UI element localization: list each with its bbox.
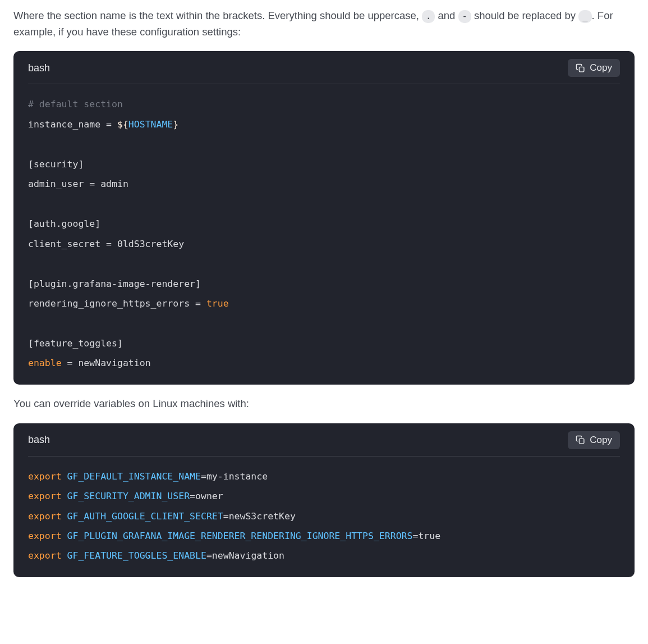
code-block-config: bash Copy # default section instance_nam…	[13, 51, 635, 385]
code-block-export: bash Copy export GF_DEFAULT_INSTANCE_NAM…	[13, 423, 635, 577]
code-assign: =newS3cretKey	[223, 511, 296, 522]
code-key: instance_name	[28, 119, 100, 130]
code-assign: =true	[412, 531, 440, 541]
inline-code-underscore: _	[578, 10, 591, 23]
code-section: [plugin.grafana-image-renderer]	[28, 278, 201, 289]
code-block-header: bash Copy	[28, 423, 620, 456]
code-assign: =owner	[190, 491, 223, 501]
svg-rect-0	[580, 67, 585, 72]
middle-paragraph: You can override variables on Linux mach…	[13, 396, 635, 412]
copy-button-label: Copy	[590, 62, 612, 74]
svg-rect-1	[580, 439, 585, 444]
code-keyword-export: export	[28, 531, 62, 541]
code-keyword-export: export	[28, 550, 62, 561]
code-value: newNavigation	[78, 358, 150, 368]
intro-paragraph: Where the section name is the text withi…	[13, 8, 635, 40]
code-section: [security]	[28, 159, 84, 170]
code-block-header: bash Copy	[28, 51, 620, 84]
copy-button[interactable]: Copy	[568, 59, 620, 77]
copy-button-label: Copy	[590, 435, 612, 446]
code-value: 0ldS3cretKey	[117, 239, 184, 249]
code-content[interactable]: export GF_DEFAULT_INSTANCE_NAME=my-insta…	[28, 456, 620, 566]
code-env-var: GF_AUTH_GOOGLE_CLIENT_SECRET	[67, 511, 223, 522]
code-keyword-export: export	[28, 511, 62, 522]
code-env-var: GF_FEATURE_TOGGLES_ENABLE	[67, 550, 206, 561]
code-key: admin_user	[28, 179, 84, 189]
code-section: [feature_toggles]	[28, 338, 123, 349]
code-keyword-export: export	[28, 491, 62, 501]
code-var-name: HOSTNAME	[128, 119, 173, 130]
code-key: rendering_ignore_https_errors	[28, 298, 190, 309]
code-env-var: GF_PLUGIN_GRAFANA_IMAGE_RENDERER_RENDERI…	[67, 531, 413, 541]
code-content[interactable]: # default section instance_name = ${HOST…	[28, 84, 620, 373]
inline-code-dash: -	[458, 10, 471, 23]
code-var-interp: }	[173, 119, 178, 130]
code-bool: true	[206, 298, 229, 309]
copy-button[interactable]: Copy	[568, 431, 620, 449]
code-keyword-export: export	[28, 471, 62, 482]
inline-code-dot: .	[422, 10, 435, 23]
copy-icon	[576, 63, 585, 73]
code-comment: # default section	[28, 99, 123, 109]
code-assign: =my-instance	[201, 471, 268, 482]
code-language-label: bash	[28, 432, 50, 448]
code-section: [auth.google]	[28, 218, 100, 229]
intro-text-1: Where the section name is the text withi…	[13, 10, 422, 21]
copy-icon	[576, 435, 585, 445]
code-key: client_secret	[28, 239, 100, 249]
code-value: admin	[100, 179, 128, 189]
code-env-var: GF_SECURITY_ADMIN_USER	[67, 491, 190, 501]
code-key: enable	[28, 358, 62, 368]
code-var-interp: ${	[117, 119, 128, 130]
intro-text-2: and	[435, 10, 458, 21]
code-language-label: bash	[28, 60, 50, 76]
code-assign: =newNavigation	[206, 550, 284, 561]
code-env-var: GF_DEFAULT_INSTANCE_NAME	[67, 471, 201, 482]
intro-text-3: should be replaced by	[471, 10, 578, 21]
